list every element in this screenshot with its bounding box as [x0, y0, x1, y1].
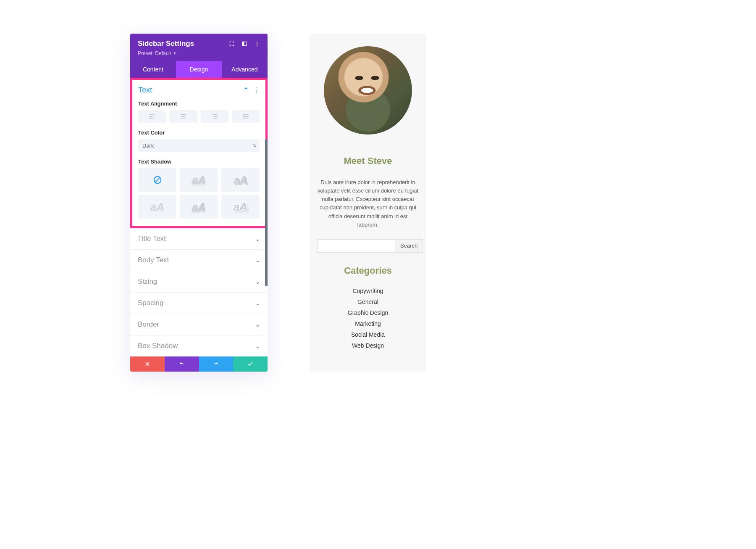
align-left-button[interactable]: [138, 110, 166, 123]
panel-header: Sidebar Settings Preset: Default ▼: [130, 34, 268, 61]
chevron-down-icon: ⌄: [255, 236, 260, 242]
acc-title-text[interactable]: Title Text ⌄: [130, 228, 268, 250]
chevron-down-icon: ⌄: [255, 343, 260, 349]
preview-pane: Meet Steve Duis aute irure dolor in repr…: [310, 34, 426, 372]
tab-advanced[interactable]: Advanced: [222, 61, 268, 78]
acc-box-shadow[interactable]: Box Shadow ⌄: [130, 335, 268, 356]
panel-title: Sidebar Settings: [138, 40, 194, 48]
svg-point-3: [257, 43, 257, 44]
alignment-row: [138, 110, 260, 123]
color-label: Text Color: [138, 129, 260, 136]
category-link[interactable]: Marketing: [317, 318, 419, 329]
caret-down-icon: ▼: [173, 51, 176, 55]
acc-body-text[interactable]: Body Text ⌄: [130, 250, 268, 271]
shadow-preset-5[interactable]: aA: [221, 195, 260, 219]
chevron-down-icon: ⌄: [255, 300, 260, 306]
shadow-options: aA aA aA aA aA: [138, 168, 260, 219]
svg-rect-1: [242, 42, 244, 45]
acc-border[interactable]: Border ⌄: [130, 314, 268, 335]
categories-list: Copywriting General Graphic Design Marke…: [317, 285, 419, 351]
cancel-button[interactable]: [130, 356, 165, 372]
undo-button[interactable]: [165, 356, 199, 372]
category-link[interactable]: Web Design: [317, 340, 419, 351]
chevron-down-icon: ⌄: [255, 257, 260, 264]
text-section: Text ⌃ ⋮ Text Alignment: [130, 78, 268, 228]
meet-text: Duis aute irure dolor in reprehenderit i…: [317, 178, 419, 229]
panel-footer: [130, 356, 268, 372]
text-color-select[interactable]: Dark: [138, 139, 260, 152]
chevron-down-icon: ⌄: [255, 322, 260, 328]
svg-line-18: [155, 178, 160, 182]
search-input[interactable]: [317, 239, 395, 253]
svg-point-2: [257, 42, 257, 42]
search-button[interactable]: Search: [395, 239, 423, 253]
tabs: Content Design Advanced: [130, 61, 268, 78]
category-link[interactable]: Graphic Design: [317, 307, 419, 318]
acc-sizing[interactable]: Sizing ⌄: [130, 271, 268, 293]
category-link[interactable]: General: [317, 296, 419, 307]
sidebar-settings-panel: Sidebar Settings Preset: Default ▼: [130, 34, 268, 372]
tab-content[interactable]: Content: [130, 61, 176, 78]
preset-selector[interactable]: Preset: Default ▼: [138, 50, 176, 56]
category-link[interactable]: Social Media: [317, 329, 419, 340]
category-link[interactable]: Copywriting: [317, 285, 419, 296]
acc-spacing[interactable]: Spacing ⌄: [130, 293, 268, 314]
shadow-preset-1[interactable]: aA: [180, 168, 218, 192]
avatar: [324, 46, 412, 135]
redo-button[interactable]: [199, 356, 234, 372]
section-more-icon[interactable]: ⋮: [253, 86, 260, 94]
accordion: Title Text ⌄ Body Text ⌄ Sizing ⌄ Spacin…: [130, 228, 268, 356]
focus-icon[interactable]: [229, 41, 235, 47]
shadow-none-button[interactable]: [138, 168, 176, 192]
scrollbar-thumb[interactable]: [265, 139, 268, 286]
shadow-preset-2[interactable]: aA: [221, 168, 260, 192]
align-justify-button[interactable]: [232, 110, 260, 123]
categories-title: Categories: [317, 265, 419, 276]
meet-title: Meet Steve: [317, 156, 419, 166]
shadow-label: Text Shadow: [138, 158, 260, 165]
shadow-preset-4[interactable]: aA: [180, 195, 218, 219]
preset-label: Preset: Default: [138, 50, 171, 56]
shadow-preset-3[interactable]: aA: [138, 195, 176, 219]
align-center-button[interactable]: [169, 110, 197, 123]
more-vert-icon[interactable]: [254, 41, 260, 47]
chevron-down-icon: ⌄: [255, 279, 260, 285]
save-button[interactable]: [233, 356, 268, 372]
dock-icon[interactable]: [242, 41, 247, 47]
align-right-button[interactable]: [201, 110, 228, 123]
search-row: Search: [317, 239, 419, 253]
alignment-label: Text Alignment: [138, 100, 260, 107]
section-title[interactable]: Text: [138, 86, 152, 95]
tab-design[interactable]: Design: [176, 61, 222, 78]
chevron-up-icon[interactable]: ⌃: [243, 86, 249, 94]
svg-point-4: [257, 45, 257, 46]
